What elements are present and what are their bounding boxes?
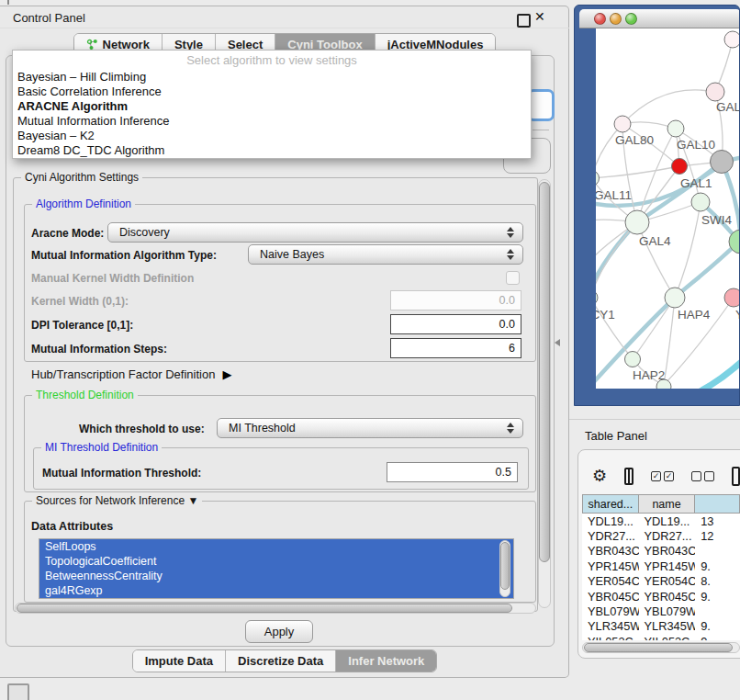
column-header-name[interactable]: name [639, 494, 696, 514]
attribute-list-scrollbar-thumb[interactable] [500, 542, 510, 590]
table-row[interactable]: YDR27...YDR27...12 [582, 528, 740, 543]
table-cell: YBR045C [582, 590, 639, 604]
tab-discretize-data[interactable]: Discretize Data [226, 650, 336, 672]
mi-threshold-field[interactable]: 0.5 [387, 462, 518, 482]
table-row[interactable]: YBL079WYBL079W [582, 604, 740, 618]
table-row[interactable]: YIL053CYIL053C9 [582, 634, 740, 640]
cyni-algorithm-settings-legend: Cyni Algorithm Settings [21, 171, 142, 185]
window-edge-tick [7, 0, 9, 5]
table-row[interactable]: YPR145WYPR145W9. [582, 559, 740, 573]
network-node[interactable] [596, 290, 598, 305]
algorithm-dropdown-popup: Select algorithm to view settings Bayesi… [12, 50, 532, 159]
table-cell: YIL053C [582, 635, 639, 640]
aracne-mode-combo[interactable]: Discovery [107, 222, 523, 243]
tab-label: Impute Data [145, 653, 213, 669]
network-node[interactable] [706, 83, 724, 101]
sources-legend-text: Sources for Network Inference [36, 494, 185, 507]
algorithm-option[interactable]: ARACNE Algorithm [13, 99, 531, 114]
unchecked-box-icon [704, 471, 714, 481]
table-row[interactable]: YER054CYER054C8. [582, 574, 740, 589]
which-threshold-value: MI Threshold [229, 422, 296, 435]
table-row[interactable]: YBR045CYBR045C9. [582, 589, 740, 604]
deselect-all-icon[interactable] [691, 471, 714, 481]
mi-algorithm-type-combo[interactable]: Naive Bayes [248, 244, 523, 265]
tab-label: Discretize Data [238, 653, 323, 669]
mi-steps-field[interactable]: 6 [390, 338, 521, 358]
table-toolbar: ⚙ ✓ ✓ [592, 465, 740, 487]
table-row[interactable]: YDL19...YDL19...13 [582, 514, 740, 528]
table-cell: 9. [695, 559, 740, 573]
table-cell: YER054C [639, 574, 696, 588]
minimized-panel-icon[interactable] [7, 683, 29, 700]
threshold-definition-legend: Threshold Definition [32, 389, 138, 402]
mi-threshold-label: Mutual Information Threshold: [42, 467, 201, 480]
algorithm-definition-legend: Algorithm Definition [32, 198, 135, 211]
float-icon[interactable] [517, 14, 531, 28]
aracne-mode-label: Aracne Mode: [31, 227, 104, 240]
network-window-titlebar[interactable] [579, 9, 740, 28]
network-node[interactable] [625, 210, 649, 234]
table-cell: YBL079W [582, 604, 639, 618]
apply-button[interactable]: Apply [245, 620, 313, 643]
traffic-light-close[interactable] [594, 13, 606, 25]
table-hscrollbar-thumb[interactable] [584, 643, 733, 652]
columns-icon[interactable] [624, 468, 633, 485]
section-divider [569, 419, 740, 420]
algorithm-option[interactable]: Mutual Information Inference [13, 114, 531, 129]
node-attribute-table: shared...name YDL19...YDL19...13YDR27...… [582, 494, 740, 640]
data-attributes-list[interactable]: SelfLoopsTopologicalCoefficientBetweenne… [39, 538, 514, 599]
network-edge [596, 240, 740, 389]
attribute-list-item[interactable]: TopologicalCoefficient [39, 554, 513, 569]
node-label: SWI4 [701, 213, 732, 227]
network-node[interactable] [691, 193, 710, 211]
table-doc-icon[interactable] [732, 467, 740, 486]
network-canvas[interactable]: GALGAL80GAL10GAL1GAL11SWI4GAL4GCY1YHAP4H… [596, 28, 740, 389]
algorithm-option[interactable]: Basic Correlation Inference [13, 85, 531, 99]
table-row[interactable]: YLR345WYLR345W9. [582, 619, 740, 634]
network-node[interactable] [665, 288, 685, 308]
traffic-light-zoom[interactable] [625, 13, 637, 25]
algorithm-option[interactable]: Bayesian – K2 [13, 129, 531, 143]
traffic-light-minimize[interactable] [610, 13, 622, 25]
table-cell: YDR27... [639, 529, 696, 543]
algorithm-option[interactable]: Bayesian – Hill Climbing [13, 70, 531, 85]
tab-impute-data[interactable]: Impute Data [133, 650, 226, 672]
kernel-width-field[interactable]: 0.0 [390, 290, 521, 310]
column-header-shared[interactable]: shared... [582, 494, 639, 514]
table-cell: 12 [695, 529, 740, 543]
hub-definition-toggle[interactable]: Hub/Transcription Factor Definition ▶ [31, 367, 231, 381]
table-row[interactable]: YBR043CYBR043C [582, 544, 740, 559]
attribute-list-item[interactable]: gal4RGexp [39, 583, 513, 598]
dpi-tolerance-field[interactable]: 0.0 [390, 314, 521, 334]
network-node[interactable] [667, 120, 684, 137]
table-cell: YBR043C [639, 544, 696, 558]
settings-hscrollbar-thumb[interactable] [17, 604, 512, 613]
column-header-hidden[interactable] [695, 494, 740, 514]
network-node[interactable] [711, 151, 734, 174]
splitter-collapse-arrow-icon[interactable] [555, 339, 560, 346]
kernel-width-label: Kernel Width (0,1): [31, 295, 129, 308]
mi-threshold-definition-legend: MI Threshold Definition [41, 441, 162, 455]
tab-infer-network[interactable]: Infer Network [336, 650, 436, 672]
gear-icon[interactable]: ⚙ [592, 468, 607, 484]
dpi-tolerance-label: DPI Tolerance [0,1]: [31, 319, 133, 332]
network-node[interactable] [724, 31, 740, 48]
manual-kernel-width-checkbox[interactable] [506, 271, 520, 285]
settings-scrollbar-thumb[interactable] [539, 182, 550, 562]
close-icon[interactable]: ✕ [534, 9, 545, 24]
which-threshold-combo[interactable]: MI Threshold [217, 418, 523, 438]
network-edge [691, 356, 740, 389]
table-cell: YIL053C [639, 635, 696, 640]
attribute-list-item[interactable]: BetweennessCentrality [39, 569, 513, 583]
network-node[interactable] [724, 288, 740, 307]
network-node[interactable] [596, 171, 600, 186]
node-label: GAL10 [677, 138, 715, 152]
network-node[interactable] [614, 116, 631, 132]
expand-arrow-icon[interactable]: ▼ [187, 494, 198, 507]
attribute-list-item[interactable]: SelfLoops [39, 539, 513, 554]
select-all-icon[interactable]: ✓ ✓ [651, 471, 674, 481]
network-node[interactable] [672, 159, 688, 175]
node-label: HAP4 [678, 308, 711, 322]
algorithm-option[interactable]: Dream8 DC_TDC Algorithm [13, 143, 531, 158]
network-node[interactable] [625, 352, 641, 367]
